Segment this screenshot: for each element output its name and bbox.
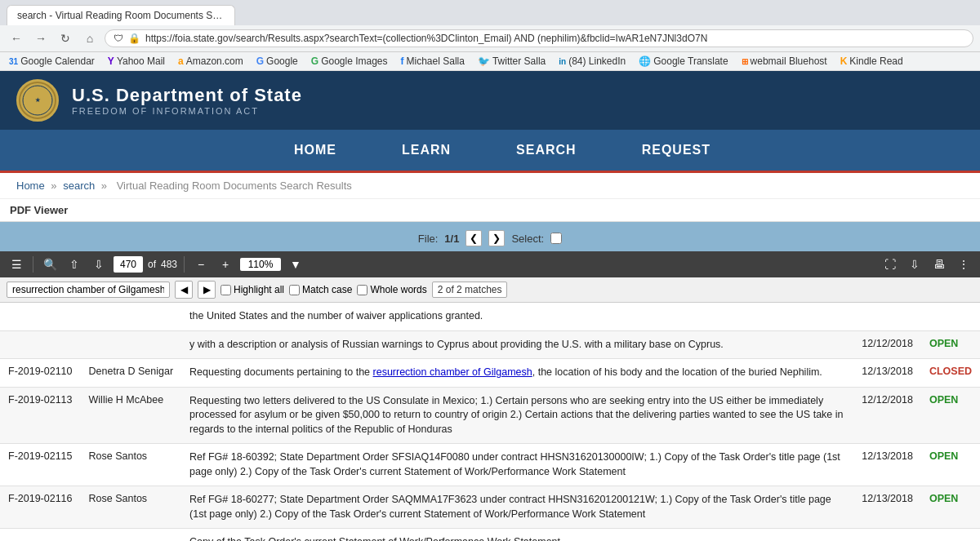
address-text: https://foia.state.gov/search/Results.as… — [145, 33, 964, 44]
main-nav: HOME LEARN SEARCH REQUEST — [0, 130, 980, 173]
zoom-out-button[interactable]: − — [191, 255, 211, 274]
status-badge: OPEN — [929, 493, 958, 504]
pdf-file-bar: File: 1/1 ❮ ❯ Select: — [0, 227, 980, 251]
whole-words-checkbox[interactable] — [357, 285, 368, 295]
bookmarks-bar: 31 Google Calendar Y Yahoo Mail a Amazon… — [0, 52, 980, 71]
cell-requester: Rose Santos — [81, 486, 182, 529]
description-text: the United States and the number of waiv… — [189, 310, 483, 321]
next-file-button[interactable]: ❯ — [488, 230, 505, 246]
table-row: Copy of the Task Order's current Stateme… — [0, 529, 980, 542]
highlight-all-label[interactable]: Highlight all — [220, 284, 284, 295]
description-text: Ref FG# 18-60392; State Department Order… — [189, 451, 840, 477]
breadcrumb-page: Virtual Reading Room Documents Search Re… — [117, 180, 352, 192]
header-title: U.S. Department of State FREEDOM OF INFO… — [72, 85, 302, 116]
state-seal: ★ — [16, 79, 59, 122]
breadcrumb-search[interactable]: search — [63, 180, 95, 192]
cell-description: Ref FG# 18-60392; State Department Order… — [181, 444, 853, 486]
cell-case-id: F-2019-02115 — [0, 444, 81, 486]
highlight-all-checkbox[interactable] — [220, 285, 231, 295]
shield-icon: 🛡 — [114, 33, 123, 44]
cell-requester — [81, 529, 182, 542]
lock-icon: 🔒 — [128, 33, 140, 44]
zoom-dropdown-button[interactable]: ▼ — [286, 255, 305, 274]
page-number-input[interactable]: 470 — [114, 256, 143, 273]
search-input[interactable] — [7, 282, 170, 298]
bookmark-kindle[interactable]: K Kindle Read — [838, 55, 906, 68]
active-tab[interactable]: search - Virtual Reading Room Documents … — [7, 5, 235, 25]
bookmark-google-translate[interactable]: 🌐 Google Translate — [636, 55, 730, 68]
bookmark-amazon[interactable]: a Amazon.com — [176, 55, 246, 68]
bookmark-calendar-label: Google Calendar — [20, 55, 95, 67]
nav-learn[interactable]: LEARN — [369, 130, 483, 171]
select-checkbox[interactable] — [550, 233, 562, 244]
browser-toolbar: ← → ↻ ⌂ 🛡 🔒 https://foia.state.gov/searc… — [0, 25, 980, 52]
forward-button[interactable]: → — [31, 29, 51, 48]
search-prev-button[interactable]: ◀ — [175, 281, 193, 299]
table-row: the United States and the number of waiv… — [0, 303, 980, 330]
bookmark-google-images[interactable]: G Google Images — [309, 55, 390, 68]
bookmark-amazon-label: Amazon.com — [186, 55, 243, 67]
linkedin-icon: in — [559, 57, 566, 66]
cell-requester: Denetra D Senigar — [81, 359, 182, 388]
pdf-toolbar: ☰ 🔍 ⇧ ⇩ 470 of 483 − + 110% ▼ ⛶ ⇩ 🖶 ⋮ — [0, 251, 980, 277]
google-images-icon: G — [311, 55, 318, 67]
whole-words-label[interactable]: Whole words — [357, 284, 426, 295]
bookmark-yahoo[interactable]: Y Yahoo Mail — [105, 55, 167, 68]
calendar-icon: 31 — [9, 57, 18, 66]
cell-date: 12/13/2018 — [853, 359, 921, 388]
match-case-label[interactable]: Match case — [289, 284, 352, 295]
bookmark-webmail-label: webmail Bluehost — [751, 55, 827, 67]
match-case-checkbox[interactable] — [289, 285, 300, 295]
prev-page-button[interactable]: ⇧ — [65, 255, 84, 274]
description-text: Copy of the Task Order's current Stateme… — [189, 536, 560, 541]
twitter-icon: 🐦 — [478, 55, 490, 67]
search-next-button[interactable]: ▶ — [198, 281, 216, 299]
description-text: Ref FG# 18-60277; State Department Order… — [189, 494, 831, 520]
bookmark-google[interactable]: G Google — [254, 55, 301, 68]
cell-status: OPEN — [921, 486, 980, 529]
pdf-outer: File: 1/1 ❮ ❯ Select: ☰ 🔍 ⇧ ⇩ 470 of 483… — [0, 222, 980, 303]
bookmark-michael-salla[interactable]: f Michael Salla — [399, 55, 467, 68]
cell-case-id — [0, 330, 81, 359]
next-page-button[interactable]: ⇩ — [89, 255, 109, 274]
more-button[interactable]: ⋮ — [954, 255, 973, 274]
fullscreen-button[interactable]: ⛶ — [880, 255, 900, 274]
cell-date — [853, 529, 921, 542]
description-pre: Requesting documents pertaining to the — [189, 366, 372, 378]
address-bar[interactable]: 🛡 🔒 https://foia.state.gov/search/Result… — [105, 29, 973, 47]
zoom-in-button[interactable]: + — [216, 255, 235, 274]
bookmark-linkedin[interactable]: in (84) LinkedIn — [556, 55, 628, 68]
sidebar-toggle-button[interactable]: ☰ — [7, 255, 26, 274]
svg-text:★: ★ — [35, 97, 41, 103]
search-highlight: resurrection chamber of Gilgamesh — [373, 366, 532, 378]
bookmark-linkedin-label: (84) LinkedIn — [568, 55, 626, 67]
find-button[interactable]: 🔍 — [40, 255, 60, 274]
bookmark-twitter-salla[interactable]: 🐦 Twitter Salla — [475, 55, 548, 68]
download-button[interactable]: ⇩ — [905, 255, 924, 274]
prev-file-button[interactable]: ❮ — [466, 230, 482, 246]
facebook-icon: f — [401, 55, 404, 67]
highlight-all-text: Highlight all — [234, 284, 284, 295]
bookmark-calendar[interactable]: 31 Google Calendar — [7, 55, 97, 68]
breadcrumb-home[interactable]: Home — [16, 180, 45, 192]
nav-request[interactable]: REQUEST — [609, 130, 743, 171]
description-text: y with a description or analysis of Russ… — [189, 339, 724, 350]
cell-case-id: F-2019-02110 — [0, 359, 81, 388]
cell-description: y with a description or analysis of Russ… — [181, 330, 853, 359]
bookmark-webmail[interactable]: ⊞ webmail Bluehost — [739, 55, 830, 68]
cell-description: Copy of the Task Order's current Stateme… — [181, 529, 853, 542]
reload-button[interactable]: ↻ — [56, 29, 75, 48]
toolbar-divider-1 — [33, 256, 33, 273]
print-button[interactable]: 🖶 — [929, 255, 949, 274]
cell-status — [921, 303, 980, 330]
home-button[interactable]: ⌂ — [80, 29, 100, 48]
nav-search[interactable]: SEARCH — [483, 130, 609, 171]
nav-home[interactable]: HOME — [261, 130, 369, 171]
match-count: 2 of 2 matches — [432, 282, 508, 298]
status-badge: CLOSED — [929, 366, 972, 377]
cell-status: OPEN — [921, 444, 980, 486]
pdf-viewer-label: PDF Viewer — [0, 199, 980, 222]
cell-date: 12/12/2018 — [853, 330, 921, 359]
back-button[interactable]: ← — [7, 29, 26, 48]
result-table: the United States and the number of waiv… — [0, 303, 980, 541]
